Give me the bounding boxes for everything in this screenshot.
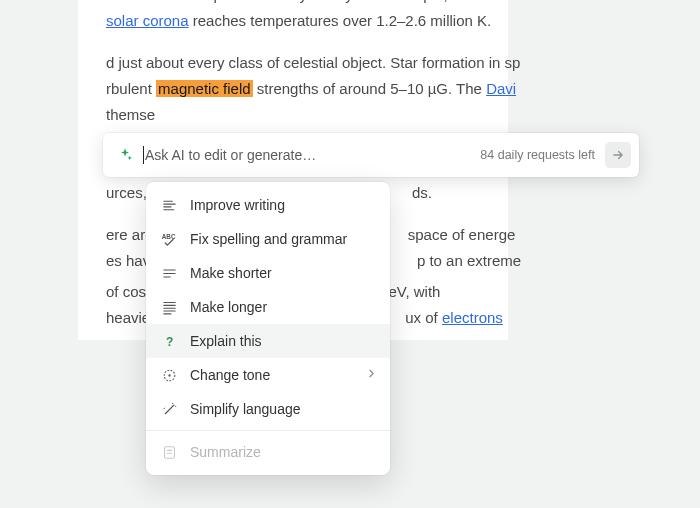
menu-item-change-tone[interactable]: Change tone	[146, 358, 390, 392]
svg-rect-4	[164, 446, 174, 457]
menu-item-make-longer[interactable]: Make longer	[146, 290, 390, 324]
svg-text:?: ?	[165, 334, 172, 348]
ai-input-placeholder: Ask AI to edit or generate…	[145, 147, 316, 163]
quota-text: 84 daily requests left	[480, 148, 595, 162]
text: eV, with	[384, 283, 440, 300]
selected-text[interactable]: magnetic field	[156, 80, 253, 97]
summarize-icon	[160, 443, 178, 461]
svg-point-3	[168, 374, 170, 376]
menu-item-label: Fix spelling and grammar	[190, 231, 347, 247]
ai-prompt-bar[interactable]: Ask AI to edit or generate… 84 daily req…	[103, 133, 639, 177]
menu-item-improve-writing[interactable]: Improve writing	[146, 188, 390, 222]
make-longer-icon	[160, 298, 178, 316]
make-shorter-icon	[160, 264, 178, 282]
link-solar-corona[interactable]: solar corona	[106, 12, 189, 29]
change-tone-icon	[160, 366, 178, 384]
send-button[interactable]	[605, 142, 631, 168]
menu-item-label: Explain this	[190, 333, 262, 349]
ai-actions-menu: Improve writing ABC Fix spelling and gra…	[146, 182, 390, 475]
magic-wand-icon	[160, 400, 178, 418]
link-davi[interactable]: Davi	[486, 80, 516, 97]
text-line: rbulent magnetic field strengths of arou…	[106, 76, 480, 102]
menu-item-label: Make longer	[190, 299, 267, 315]
text-line: themse	[106, 102, 480, 128]
link-electrons[interactable]: electrons	[442, 309, 503, 326]
chevron-right-icon	[365, 367, 378, 383]
menu-divider	[146, 430, 390, 431]
menu-item-label: Improve writing	[190, 197, 285, 213]
menu-item-make-shorter[interactable]: Make shorter	[146, 256, 390, 290]
menu-item-explain-this[interactable]: ? Explain this	[146, 324, 390, 358]
text-line: solar corona reaches temperatures over 1…	[106, 8, 480, 34]
text: reaches temperatures over 1.2–2.6 millio…	[189, 12, 492, 29]
spellcheck-icon: ABC	[160, 230, 178, 248]
improve-writing-icon	[160, 196, 178, 214]
menu-item-label: Change tone	[190, 367, 270, 383]
menu-item-simplify[interactable]: Simplify language	[146, 392, 390, 426]
svg-text:ABC: ABC	[161, 232, 175, 239]
text-cursor	[143, 146, 144, 164]
text: strengths of around 5–10 µG. The	[253, 80, 487, 97]
arrow-right-icon	[611, 148, 625, 162]
text-line: atures in outer space can vary widely. F…	[106, 0, 480, 8]
sparkle-icon	[117, 147, 133, 163]
text: rbulent	[106, 80, 156, 97]
text-line: d just about every class of celestial ob…	[106, 50, 480, 76]
menu-item-fix-spelling[interactable]: ABC Fix spelling and grammar	[146, 222, 390, 256]
menu-item-summarize[interactable]: Summarize	[146, 435, 390, 469]
ai-input[interactable]: Ask AI to edit or generate…	[143, 146, 470, 164]
menu-item-label: Simplify language	[190, 401, 301, 417]
question-icon: ?	[160, 332, 178, 350]
menu-item-label: Make shorter	[190, 265, 272, 281]
menu-item-label: Summarize	[190, 444, 261, 460]
